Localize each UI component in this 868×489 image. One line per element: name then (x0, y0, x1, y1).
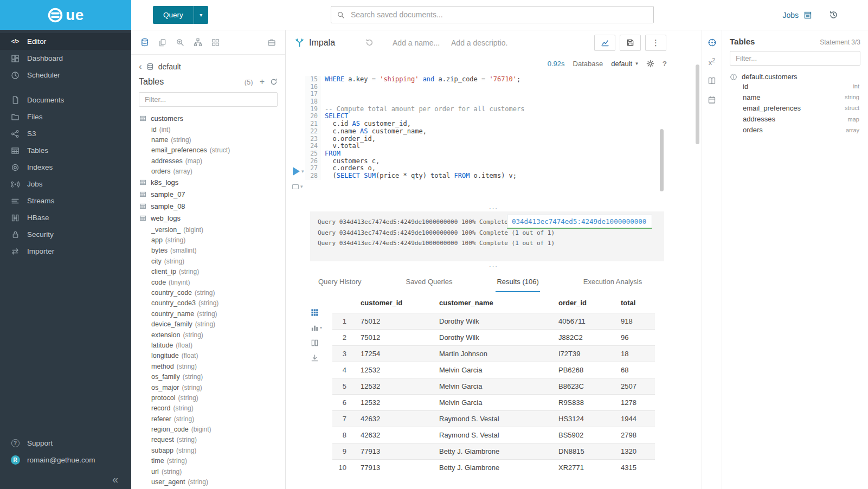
result-row[interactable]: 1 75012 Dorothy Wilk 4056711 918 (332, 313, 655, 330)
chart-view-icon[interactable]: ▾ (311, 324, 322, 332)
sidebar-item-scheduler[interactable]: Scheduler (0, 67, 131, 83)
result-row[interactable]: 2 75012 Dorothy Wilk J882C2 96 (332, 330, 655, 346)
resize-handle-dots[interactable]: ··· (286, 206, 702, 211)
resize-handle-dots[interactable]: ··· (286, 264, 702, 269)
zoom-in-icon[interactable] (176, 38, 184, 47)
assist-column[interactable]: protocol (string) (139, 393, 285, 403)
sidebar-item-documents[interactable]: Documents (0, 92, 131, 108)
result-row[interactable]: 6 12532 Melvin Garcia R9S838 1278 (332, 395, 655, 411)
right-panel-filter[interactable] (730, 51, 860, 66)
calendar-icon[interactable] (708, 95, 716, 104)
assist-column[interactable]: _version_ (bigint) (139, 224, 285, 235)
language-reference-book-icon[interactable] (708, 76, 716, 85)
apps-grid-icon[interactable] (211, 38, 220, 47)
sidebar-item-dashboard[interactable]: Dashboard (0, 50, 131, 67)
assist-column[interactable]: extension (string) (139, 330, 285, 340)
assist-column[interactable]: device_family (string) (139, 319, 285, 329)
collapse-sidebar-button[interactable]: « (0, 468, 131, 485)
databases-source-icon[interactable] (140, 38, 149, 47)
assist-column[interactable]: app (string) (139, 235, 285, 245)
assist-table-sample-08[interactable]: sample_08 (139, 201, 285, 213)
assist-table-web-logs[interactable]: web_logs (139, 213, 285, 224)
query-id-popover[interactable]: 034d413ec7474ed5:4249de1000000000 (507, 215, 652, 229)
assist-column[interactable]: city (string) (139, 256, 285, 266)
table-column-row[interactable]: email_preferences struct (730, 102, 860, 113)
assist-column[interactable]: url (string) (139, 466, 285, 477)
query-history-icon[interactable] (365, 38, 374, 47)
code-lines[interactable]: WHERE a.key = 'shipping' and a.zip_code … (325, 76, 650, 180)
assist-column[interactable]: os_major (string) (139, 382, 285, 393)
sitemap-icon[interactable] (194, 38, 202, 47)
right-panel-filter-input[interactable] (735, 54, 856, 63)
assist-column[interactable]: request (string) (139, 435, 285, 445)
editor-assistant-icon[interactable] (708, 38, 717, 47)
grid-view-icon[interactable] (311, 308, 319, 317)
tab-execution-analysis[interactable]: Execution Analysis (582, 273, 643, 292)
info-icon[interactable] (730, 73, 737, 81)
briefcase-icon[interactable] (267, 38, 276, 47)
database-select[interactable]: default ▾ (611, 60, 638, 68)
sql-editor[interactable]: 1516171819202122232425262728 WHERE a.key… (286, 76, 702, 213)
jobs-icon[interactable] (803, 11, 812, 20)
chart-button[interactable] (594, 35, 615, 51)
sidebar-item-s3[interactable]: S3 (0, 125, 131, 142)
sidebar-item-indexes[interactable]: Indexes (0, 159, 131, 176)
assist-filter[interactable] (139, 92, 278, 107)
table-column-row[interactable]: id int (730, 81, 860, 92)
column-header[interactable]: customer_id (355, 294, 434, 313)
column-header[interactable]: total (615, 294, 655, 313)
query-button[interactable]: Query (153, 6, 194, 24)
assist-table-sample-07[interactable]: sample_07 (139, 189, 285, 201)
sidebar-item-user[interactable]: R romain@gethue.com (0, 452, 131, 468)
assist-column[interactable]: email_preferences (struct) (139, 145, 285, 156)
settings-gear-icon[interactable] (646, 60, 654, 68)
assist-column[interactable]: name (string) (139, 134, 285, 145)
documents-source-icon[interactable] (158, 38, 166, 47)
hue-logo[interactable]: ue (0, 0, 131, 30)
help-icon[interactable]: ? (663, 60, 667, 68)
assist-filter-input[interactable] (144, 95, 273, 104)
sidebar-item-tables[interactable]: Tables (0, 142, 131, 159)
result-row[interactable]: 9 77913 Betty J. Giambrone DN8815 1320 (332, 443, 655, 460)
table-column-row[interactable]: addresses map (730, 114, 860, 125)
assist-column[interactable]: method (string) (139, 361, 285, 371)
more-actions-button[interactable]: ⋮ (645, 35, 666, 51)
assist-column[interactable]: country_code (string) (139, 287, 285, 298)
assist-column[interactable]: id (int) (139, 124, 285, 134)
assist-column[interactable]: referer (string) (139, 414, 285, 424)
active-table-name[interactable]: default.customers (742, 73, 798, 81)
query-name-input[interactable] (391, 38, 443, 48)
assist-column[interactable]: os_family (string) (139, 371, 285, 382)
assist-column[interactable]: user_agent (string) (139, 477, 285, 487)
sidebar-item-files[interactable]: Files (0, 108, 131, 125)
assist-column[interactable]: time (string) (139, 456, 285, 466)
query-dropdown-button[interactable]: ▾ (194, 6, 208, 24)
sidebar-item-importer[interactable]: Importer (0, 243, 131, 260)
result-row[interactable]: 10 77913 Betty J. Giambrone XR2771 4315 (332, 460, 655, 476)
assist-column[interactable]: addresses (map) (139, 156, 285, 166)
column-header[interactable]: order_id (553, 294, 615, 313)
active-table-row[interactable]: default.customers (730, 73, 860, 81)
assist-column[interactable]: bytes (smallint) (139, 246, 285, 256)
tab-results[interactable]: Results (106) (496, 273, 539, 292)
assist-column[interactable]: orders (array) (139, 166, 285, 177)
query-description-input[interactable] (450, 38, 509, 48)
editor-scrollbar-thumb[interactable] (660, 129, 664, 191)
assist-column[interactable]: country_code3 (string) (139, 298, 285, 308)
engine-selector[interactable]: Impala (294, 37, 335, 48)
execute-button[interactable]: ▾ (293, 167, 304, 176)
assist-column[interactable]: code (tinyint) (139, 277, 285, 287)
sidebar-item-editor[interactable]: </> Editor (0, 33, 131, 50)
global-search[interactable] (331, 6, 654, 23)
assist-column[interactable]: latitude (float) (139, 340, 285, 350)
tab-query-history[interactable]: Query History (317, 273, 362, 292)
assist-column[interactable]: country_name (string) (139, 308, 285, 319)
statement-options-button[interactable]: ▾ (292, 184, 303, 189)
assist-table-customers[interactable]: customers (139, 112, 285, 124)
table-column-row[interactable]: name string (730, 92, 860, 102)
tab-saved-queries[interactable]: Saved Queries (404, 273, 453, 292)
download-icon[interactable] (311, 354, 319, 362)
jobs-link[interactable]: Jobs (782, 11, 799, 20)
assist-column[interactable]: region_code (bigint) (139, 424, 285, 434)
assist-column[interactable]: client_ip (string) (139, 267, 285, 277)
